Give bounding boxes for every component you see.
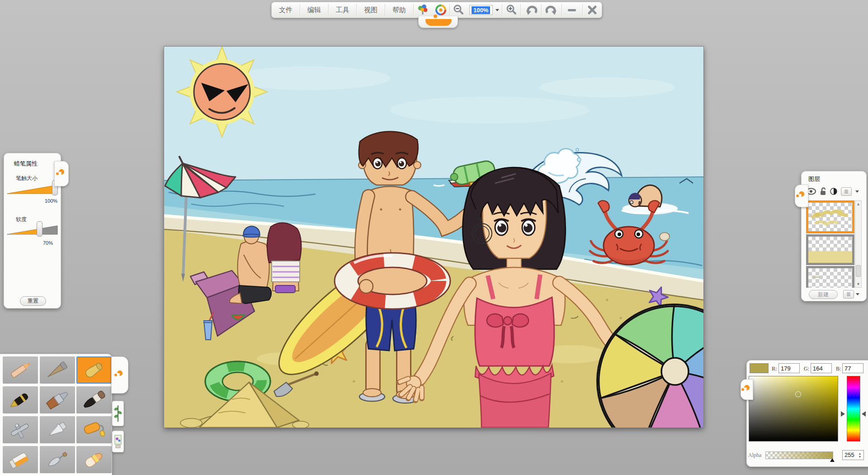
color-panel: R: G: B: Alpha 255 ▲ ▼ (746, 360, 868, 467)
tool-paint-tube[interactable] (40, 416, 75, 443)
hue-slider[interactable] (847, 376, 860, 442)
tool-pastel-stick[interactable] (40, 356, 75, 384)
menu-view[interactable]: 视图 (357, 2, 385, 18)
crayon-panel-tab[interactable] (54, 161, 69, 186)
layer-menu-caret[interactable] (855, 190, 859, 193)
clown-logo-tab (418, 16, 458, 28)
blue-label: B: (836, 366, 841, 372)
tool-ink-brush[interactable] (76, 386, 112, 413)
zoom-level-value: 100% (472, 6, 490, 14)
zoom-out-icon[interactable] (450, 2, 467, 18)
tool-pencil[interactable] (3, 356, 38, 384)
new-layer-button[interactable]: 新建 (809, 290, 838, 299)
scroll-up-icon[interactable]: ▲ (856, 202, 861, 206)
scroll-down-icon[interactable]: ▼ (856, 282, 861, 286)
clown-nose (434, 14, 437, 18)
menu-edit[interactable]: 编辑 (300, 2, 328, 18)
sticker-icon (114, 433, 122, 450)
softness-slider[interactable] (7, 224, 58, 236)
blue-field[interactable] (842, 363, 863, 373)
redo-icon[interactable] (542, 2, 561, 18)
red-field[interactable] (778, 363, 800, 373)
clown-smile (425, 19, 452, 26)
tool-palette (0, 354, 112, 475)
layer-options-caret[interactable] (856, 293, 859, 295)
color-panel-tab[interactable] (741, 379, 753, 400)
color-cursor[interactable] (795, 391, 801, 397)
layers-title: 图层 (808, 175, 820, 183)
contrast-icon[interactable] (830, 188, 837, 195)
layer-list (806, 200, 854, 288)
zoom-level-field[interactable]: 100% (469, 5, 493, 15)
alpha-value-box[interactable]: 255 ▲ ▼ (842, 450, 864, 460)
layer-item[interactable] (806, 234, 854, 265)
menu-help[interactable]: 帮助 (385, 2, 413, 18)
brush-size-value: 100% (45, 198, 57, 204)
sun-with-sunglasses (177, 47, 267, 137)
c-logo-icon (741, 384, 752, 395)
alpha-slider[interactable] (765, 451, 833, 459)
green-label: G: (804, 366, 809, 372)
brush-size-label: 笔触大小 (16, 175, 38, 182)
unlock-icon[interactable] (820, 187, 826, 195)
menu-tools[interactable]: 工具 (329, 2, 357, 18)
scrollbar-thumb[interactable] (856, 265, 861, 277)
layer-item[interactable] (806, 266, 854, 288)
paint-app-window: { "app": { "background": "#b5b5b5", "acc… (0, 0, 868, 475)
current-color-swatch (750, 363, 769, 373)
softness-label: 软度 (16, 216, 27, 223)
alpha-spin-down-icon[interactable]: ▼ (857, 455, 863, 459)
undo-icon[interactable] (521, 2, 541, 18)
zoom-dropdown-caret[interactable] (495, 9, 499, 11)
panel-title: 蜡笔属性 (14, 160, 38, 168)
green-field[interactable] (811, 363, 832, 373)
reset-button[interactable]: 重置 (20, 296, 46, 306)
tool-fountain-pen[interactable] (3, 386, 38, 413)
softness-value: 70% (43, 240, 53, 246)
tool-palette-knife[interactable] (40, 446, 75, 473)
layers-panel-tab[interactable] (795, 185, 808, 207)
tool-palette-tab[interactable] (111, 356, 128, 394)
c-logo-icon (796, 190, 807, 201)
c-logo-icon (56, 168, 67, 179)
softness-handle[interactable] (37, 221, 42, 237)
alpha-marker[interactable] (830, 458, 835, 462)
sitting-woman (267, 223, 301, 293)
tool-airbrush[interactable] (3, 416, 38, 443)
alpha-value: 255 (844, 451, 854, 458)
plant-icon (114, 404, 122, 423)
swim-ring (335, 253, 450, 309)
c-logo-icon (114, 370, 125, 380)
layer-options-icon[interactable]: ☰ (843, 290, 854, 299)
tool-eraser[interactable] (76, 446, 112, 473)
hue-marker-left[interactable] (841, 411, 845, 417)
rainbow-brush-icon[interactable] (414, 2, 432, 18)
saturation-value-picker[interactable] (749, 376, 838, 442)
minimize-icon[interactable] (562, 2, 582, 18)
red-label: R: (772, 366, 777, 372)
zoom-in-icon[interactable] (502, 2, 521, 18)
tool-flat-brush[interactable] (40, 386, 75, 413)
layer-scrollbar[interactable]: ▲ ▼ (855, 200, 862, 288)
menu-file[interactable]: 文件 (272, 2, 300, 18)
drawing-canvas[interactable] (164, 47, 703, 428)
tool-crayon-selected[interactable] (76, 356, 112, 384)
layer-item-selected[interactable] (806, 200, 854, 233)
close-icon[interactable] (583, 2, 602, 18)
alpha-label: Alpha (748, 452, 761, 459)
brush-size-slider[interactable] (7, 183, 58, 195)
tool-paint-bottle[interactable] (3, 446, 38, 473)
plant-stamp-button[interactable] (112, 401, 124, 426)
layers-panel: 图层 ☰ (801, 171, 867, 301)
hue-marker-right[interactable] (862, 411, 866, 417)
crayon-properties-panel: 蜡笔属性 笔触大小 100% 软度 70% 重置 (4, 153, 61, 309)
sticker-stamp-button[interactable] (112, 431, 124, 452)
layer-menu-icon[interactable]: ☰ (841, 187, 852, 196)
tool-paint-roller[interactable] (76, 416, 112, 443)
